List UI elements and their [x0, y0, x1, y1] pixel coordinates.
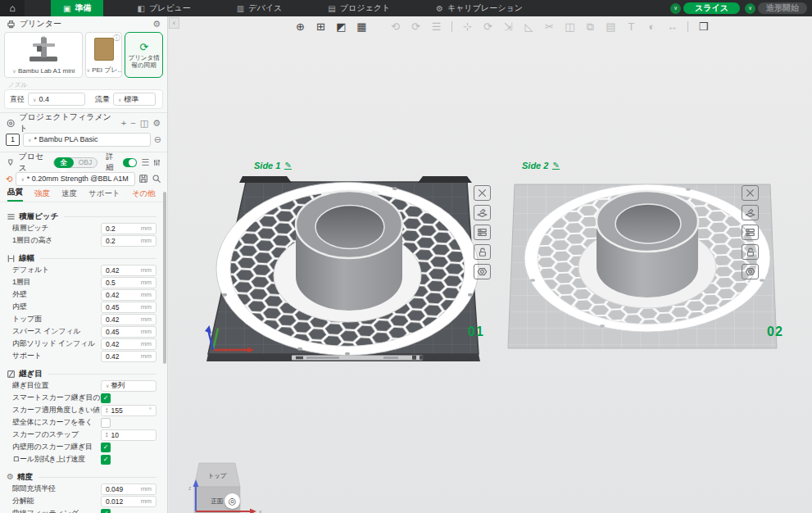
orient-plate-icon[interactable] — [742, 205, 759, 220]
param-label: スマートスカーフ継ぎ目の適用 — [12, 393, 101, 403]
checkbox-checked[interactable]: ✓ — [101, 443, 111, 452]
delete-plate-icon[interactable] — [474, 185, 491, 201]
build-plate-card[interactable]: ⓘ ∨ PEI プレ... — [85, 32, 122, 78]
param-label: 隙間充填半径 — [12, 483, 101, 494]
param-input[interactable]: 0.42mm — [101, 314, 157, 325]
tab-prepare-label: 準備 — [75, 2, 91, 14]
tab-others[interactable]: その他 — [132, 188, 156, 202]
param-input[interactable]: 0.42mm — [101, 265, 157, 276]
search-icon[interactable] — [152, 174, 161, 184]
tune-icon[interactable] — [153, 158, 161, 167]
orient-plate-icon[interactable] — [474, 205, 491, 220]
tab-support[interactable]: サポート — [88, 188, 120, 202]
param-label: 1層目の高さ — [12, 235, 101, 246]
build-plate-2[interactable] — [508, 184, 777, 348]
filament-color-swatch[interactable]: 1 — [6, 134, 20, 146]
param-input[interactable]: 0.5mm — [101, 277, 157, 288]
checkbox-checked[interactable]: ✓ — [101, 509, 111, 513]
param-label: デフォルト — [12, 265, 101, 275]
param-spinner[interactable]: ▴▾ 10 — [101, 429, 157, 441]
tab-quality[interactable]: 品質 — [7, 187, 23, 202]
delete-plate-icon[interactable] — [742, 185, 759, 201]
line-width-icon — [7, 254, 16, 263]
ams-icon[interactable]: ◫ — [140, 119, 148, 128]
plate-label-icon[interactable] — [742, 264, 759, 279]
checkbox-unchecked[interactable] — [101, 418, 111, 428]
process-scope-switch[interactable]: 全般 OBJ — [53, 157, 98, 168]
add-filament-button[interactable]: + — [121, 119, 126, 128]
tab-speed[interactable]: 速度 — [61, 188, 77, 202]
edit-plate-name-icon[interactable]: ✎ — [552, 161, 559, 170]
tab-prepare[interactable]: ▣ 準備 — [51, 0, 103, 16]
param-input[interactable]: 0.2mm — [101, 235, 157, 247]
sync-printer-card[interactable]: ⟳ プリンタ情報の同期 — [125, 32, 163, 78]
view-cube-top-label[interactable]: トップ — [207, 472, 226, 479]
remove-filament-button[interactable]: − — [130, 119, 135, 128]
tab-calibration[interactable]: ⚙ キャリブレーション — [424, 0, 535, 16]
printer-section-header: プリンター ⚙ — [0, 16, 167, 31]
reset-view-button[interactable]: ◎ — [225, 493, 240, 509]
printer-settings-icon[interactable]: ⚙ — [152, 20, 161, 29]
section-line-width: 線幅 デフォルト 0.42mm 1層目 0.5mm 外壁 0.42mm 内壁 0… — [0, 252, 163, 362]
view-cube-front-label[interactable]: 正面 — [211, 497, 225, 505]
advanced-toggle[interactable] — [123, 158, 137, 167]
calibration-icon: ⚙ — [436, 4, 443, 13]
prepare-icon: ▣ — [63, 4, 70, 13]
lock-plate-icon[interactable] — [474, 244, 491, 260]
home-button[interactable]: ⌂ — [0, 0, 25, 16]
tab-preview[interactable]: ◧ プレビュー — [125, 0, 202, 16]
list-settings-icon[interactable]: ☰ — [141, 158, 149, 167]
section-title: 線幅 — [19, 253, 34, 264]
process-preset-select[interactable]: ∨ * 0.20mm Strength @BBL A1M — [16, 172, 135, 186]
delete-filament-icon[interactable]: ⊖ — [154, 135, 161, 144]
param-input[interactable]: 0.45mm — [101, 326, 157, 338]
tab-project[interactable]: ▤ プロジェクト — [315, 0, 402, 16]
save-preset-icon[interactable] — [138, 174, 148, 184]
param-input[interactable]: 0.012mm — [101, 496, 157, 507]
param-input[interactable]: 0.42mm — [101, 351, 157, 362]
filament-icon — [7, 119, 15, 128]
printer-card[interactable]: ∨ Bambu Lab A1 mini — [4, 32, 83, 78]
edit-plate-name-icon[interactable]: ✎ — [284, 161, 291, 170]
viewport-3d[interactable]: ‹ ⊕ ⊞ ◩ ▦ ⟲ ⟳ ☰ ⊹ ⟳ ⇲ ◺ ✂ ◫ ⧉ ▤ T ◐ ↔ ❒ — [169, 16, 812, 513]
slice-button[interactable]: スライス — [683, 2, 740, 14]
slice-dropdown-button[interactable]: ∨ — [670, 3, 681, 14]
param-input[interactable]: 0.42mm — [101, 289, 157, 301]
nozzle-diameter-select[interactable]: ∨ 0.4 — [28, 93, 85, 106]
parameter-list[interactable]: 積層ピッチ 積層ピッチ 0.2mm 1層目の高さ 0.2mm — [0, 205, 163, 513]
build-plate-1[interactable] — [206, 176, 480, 361]
nozzle-label: ノズル — [8, 81, 167, 89]
seam-position-select[interactable]: ∨ 整列 — [101, 380, 157, 392]
lock-plate-icon[interactable] — [742, 244, 759, 260]
param-input[interactable]: 0.2mm — [101, 223, 157, 234]
filament-settings-icon[interactable]: ⚙ — [152, 119, 161, 128]
tab-strength[interactable]: 強度 — [34, 188, 50, 202]
section-title: 精度 — [17, 472, 33, 483]
param-row: サポート 0.42mm — [0, 350, 163, 362]
plate-settings-icon[interactable] — [474, 225, 491, 240]
param-input[interactable]: 0.42mm — [101, 338, 157, 350]
param-input[interactable]: 0.049mm — [101, 483, 157, 495]
print-dropdown-button[interactable]: ∨ — [745, 3, 755, 14]
filament-section-title: プロジェクトフィラメント — [19, 111, 113, 134]
param-label: 継ぎ目位置 — [12, 380, 101, 391]
scope-global[interactable]: 全般 — [54, 157, 73, 168]
plate-label-icon[interactable] — [474, 264, 491, 279]
panel-scrollbar[interactable] — [163, 192, 166, 364]
process-section-header: プロセス 全般 OBJ 詳細 ☰ — [0, 155, 167, 170]
checkbox-checked[interactable]: ✓ — [101, 393, 111, 403]
flow-select[interactable]: ∨ 標準 — [113, 93, 156, 106]
chevron-down-icon: ∨ — [20, 176, 24, 182]
param-spinner[interactable]: ▴▾ 155° — [101, 405, 157, 416]
checkbox-checked[interactable]: ✓ — [101, 455, 111, 465]
param-row: 外壁 0.42mm — [0, 288, 163, 301]
chevron-down-icon: ∨ — [106, 383, 109, 388]
tab-device[interactable]: ▥ デバイス — [225, 0, 294, 16]
scope-objects[interactable]: OBJ — [74, 158, 98, 166]
plate-settings-icon[interactable] — [742, 225, 759, 240]
filament-preset-select[interactable]: ∨ * Bambu PLA Basic — [23, 133, 151, 147]
info-icon[interactable]: ⓘ — [113, 34, 120, 43]
reset-preset-icon[interactable]: ⟲ — [6, 175, 12, 184]
print-button[interactable]: 造形開始 — [758, 2, 807, 14]
param-input[interactable]: 0.45mm — [101, 302, 157, 313]
